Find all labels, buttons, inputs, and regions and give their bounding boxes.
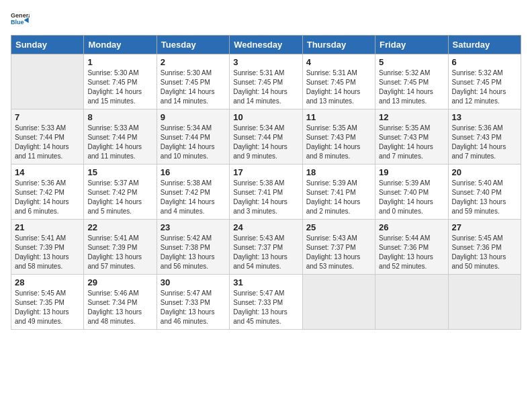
weekday-header-sunday: Sunday [11,36,84,54]
day-number: 20 [452,167,517,177]
calendar-cell: 25Sunrise: 5:43 AM Sunset: 7:37 PM Dayli… [302,220,375,275]
day-number: 30 [161,277,226,287]
calendar-cell: 22Sunrise: 5:41 AM Sunset: 7:39 PM Dayli… [84,220,157,275]
day-info: Sunrise: 5:32 AM Sunset: 7:45 PM Dayligh… [452,68,517,106]
week-row-1: 1Sunrise: 5:30 AM Sunset: 7:45 PM Daylig… [11,54,521,109]
calendar-cell: 24Sunrise: 5:43 AM Sunset: 7:37 PM Dayli… [230,220,302,275]
day-number: 21 [15,222,80,232]
calendar-cell: 10Sunrise: 5:34 AM Sunset: 7:44 PM Dayli… [230,109,302,165]
day-number: 5 [379,57,444,67]
day-info: Sunrise: 5:39 AM Sunset: 7:41 PM Dayligh… [306,179,371,216]
day-info: Sunrise: 5:44 AM Sunset: 7:36 PM Dayligh… [379,234,444,271]
day-number: 25 [306,222,371,232]
day-info: Sunrise: 5:33 AM Sunset: 7:44 PM Dayligh… [87,124,152,161]
day-info: Sunrise: 5:36 AM Sunset: 7:42 PM Dayligh… [15,179,80,216]
day-info: Sunrise: 5:35 AM Sunset: 7:43 PM Dayligh… [306,124,371,161]
day-number: 16 [161,167,226,177]
calendar-cell: 11Sunrise: 5:35 AM Sunset: 7:43 PM Dayli… [302,109,375,165]
day-info: Sunrise: 5:32 AM Sunset: 7:45 PM Dayligh… [379,68,444,106]
calendar-cell: 12Sunrise: 5:35 AM Sunset: 7:43 PM Dayli… [375,109,448,165]
day-info: Sunrise: 5:47 AM Sunset: 7:33 PM Dayligh… [161,289,226,326]
calendar-cell: 3Sunrise: 5:31 AM Sunset: 7:45 PM Daylig… [230,54,302,109]
calendar-cell: 9Sunrise: 5:34 AM Sunset: 7:44 PM Daylig… [157,109,229,165]
weekday-header-friday: Friday [375,36,448,54]
calendar-cell: 5Sunrise: 5:32 AM Sunset: 7:45 PM Daylig… [375,54,448,109]
day-info: Sunrise: 5:41 AM Sunset: 7:39 PM Dayligh… [15,234,80,271]
weekday-header-thursday: Thursday [302,36,375,54]
calendar-cell: 29Sunrise: 5:46 AM Sunset: 7:34 PM Dayli… [84,275,157,330]
svg-text:General: General [11,12,30,19]
day-number: 6 [452,57,517,67]
week-row-2: 7Sunrise: 5:33 AM Sunset: 7:44 PM Daylig… [11,109,521,165]
calendar-cell: 21Sunrise: 5:41 AM Sunset: 7:39 PM Dayli… [11,220,84,275]
calendar-cell: 15Sunrise: 5:37 AM Sunset: 7:42 PM Dayli… [84,165,157,220]
weekday-header-saturday: Saturday [448,36,521,54]
day-number: 19 [379,167,444,177]
week-row-4: 21Sunrise: 5:41 AM Sunset: 7:39 PM Dayli… [11,220,521,275]
calendar-cell: 2Sunrise: 5:30 AM Sunset: 7:45 PM Daylig… [157,54,229,109]
day-number: 8 [87,112,152,122]
day-info: Sunrise: 5:40 AM Sunset: 7:40 PM Dayligh… [452,179,517,216]
calendar-cell [302,275,375,330]
day-info: Sunrise: 5:37 AM Sunset: 7:42 PM Dayligh… [87,179,152,216]
day-info: Sunrise: 5:34 AM Sunset: 7:44 PM Dayligh… [233,124,298,161]
calendar-cell: 14Sunrise: 5:36 AM Sunset: 7:42 PM Dayli… [11,165,84,220]
day-info: Sunrise: 5:45 AM Sunset: 7:35 PM Dayligh… [15,289,80,326]
day-number: 11 [306,112,371,122]
day-number: 26 [379,222,444,232]
day-info: Sunrise: 5:43 AM Sunset: 7:37 PM Dayligh… [306,234,371,271]
calendar-cell [448,275,521,330]
day-number: 9 [161,112,226,122]
weekday-header-wednesday: Wednesday [230,36,302,54]
calendar-cell: 28Sunrise: 5:45 AM Sunset: 7:35 PM Dayli… [11,275,84,330]
week-row-5: 28Sunrise: 5:45 AM Sunset: 7:35 PM Dayli… [11,275,521,330]
day-number: 28 [15,277,80,287]
calendar-cell [11,54,84,109]
weekday-header-monday: Monday [84,36,157,54]
calendar-cell: 13Sunrise: 5:36 AM Sunset: 7:43 PM Dayli… [448,109,521,165]
calendar-cell: 27Sunrise: 5:45 AM Sunset: 7:36 PM Dayli… [448,220,521,275]
calendar-cell: 16Sunrise: 5:38 AM Sunset: 7:42 PM Dayli… [157,165,229,220]
calendar-cell: 1Sunrise: 5:30 AM Sunset: 7:45 PM Daylig… [84,54,157,109]
day-info: Sunrise: 5:31 AM Sunset: 7:45 PM Dayligh… [233,68,298,106]
day-number: 14 [15,167,80,177]
page-header: GeneralBlue [11,11,521,30]
day-number: 22 [87,222,152,232]
day-info: Sunrise: 5:33 AM Sunset: 7:44 PM Dayligh… [15,124,80,161]
calendar-cell: 31Sunrise: 5:47 AM Sunset: 7:33 PM Dayli… [230,275,302,330]
day-info: Sunrise: 5:38 AM Sunset: 7:42 PM Dayligh… [161,179,226,216]
weekday-header-tuesday: Tuesday [157,36,229,54]
day-info: Sunrise: 5:36 AM Sunset: 7:43 PM Dayligh… [452,124,517,161]
day-info: Sunrise: 5:47 AM Sunset: 7:33 PM Dayligh… [233,289,298,326]
calendar-cell: 30Sunrise: 5:47 AM Sunset: 7:33 PM Dayli… [157,275,229,330]
logo-icon: GeneralBlue [11,11,30,30]
calendar-cell: 26Sunrise: 5:44 AM Sunset: 7:36 PM Dayli… [375,220,448,275]
calendar-cell: 4Sunrise: 5:31 AM Sunset: 7:45 PM Daylig… [302,54,375,109]
calendar-cell: 17Sunrise: 5:38 AM Sunset: 7:41 PM Dayli… [230,165,302,220]
day-info: Sunrise: 5:43 AM Sunset: 7:37 PM Dayligh… [233,234,298,271]
calendar-cell: 18Sunrise: 5:39 AM Sunset: 7:41 PM Dayli… [302,165,375,220]
day-number: 17 [233,167,298,177]
day-number: 2 [161,57,226,67]
day-info: Sunrise: 5:39 AM Sunset: 7:40 PM Dayligh… [379,179,444,216]
day-info: Sunrise: 5:35 AM Sunset: 7:43 PM Dayligh… [379,124,444,161]
day-number: 4 [306,57,371,67]
calendar-cell: 8Sunrise: 5:33 AM Sunset: 7:44 PM Daylig… [84,109,157,165]
calendar-table: SundayMondayTuesdayWednesdayThursdayFrid… [11,35,521,330]
day-number: 23 [161,222,226,232]
weekday-header-row: SundayMondayTuesdayWednesdayThursdayFrid… [11,36,521,54]
day-info: Sunrise: 5:45 AM Sunset: 7:36 PM Dayligh… [452,234,517,271]
day-number: 27 [452,222,517,232]
calendar-cell: 19Sunrise: 5:39 AM Sunset: 7:40 PM Dayli… [375,165,448,220]
day-number: 3 [233,57,298,67]
day-number: 24 [233,222,298,232]
calendar-cell: 20Sunrise: 5:40 AM Sunset: 7:40 PM Dayli… [448,165,521,220]
calendar-cell [375,275,448,330]
calendar-header: SundayMondayTuesdayWednesdayThursdayFrid… [11,36,521,54]
calendar-cell: 7Sunrise: 5:33 AM Sunset: 7:44 PM Daylig… [11,109,84,165]
day-info: Sunrise: 5:46 AM Sunset: 7:34 PM Dayligh… [87,289,152,326]
day-info: Sunrise: 5:42 AM Sunset: 7:38 PM Dayligh… [161,234,226,271]
day-info: Sunrise: 5:30 AM Sunset: 7:45 PM Dayligh… [87,68,152,106]
day-number: 18 [306,167,371,177]
day-info: Sunrise: 5:38 AM Sunset: 7:41 PM Dayligh… [233,179,298,216]
